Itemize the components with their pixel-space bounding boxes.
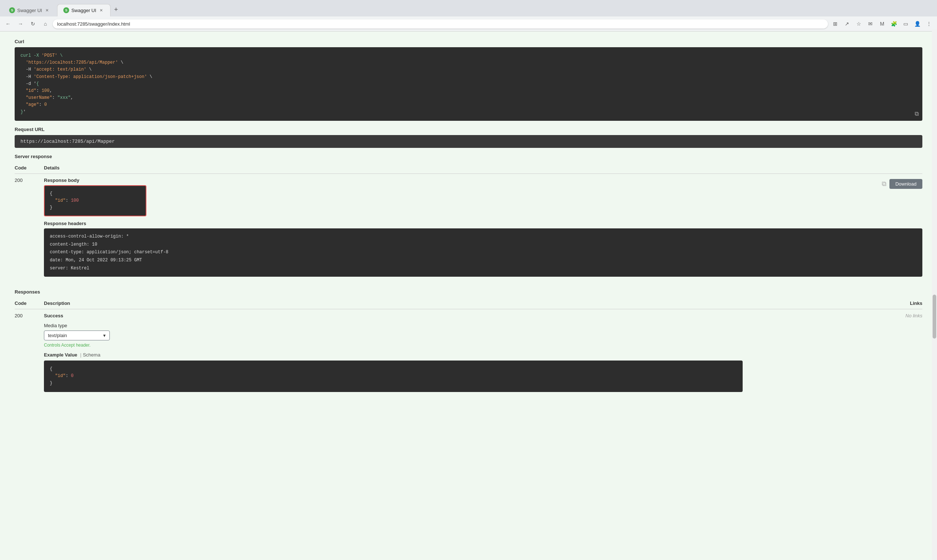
responses-label: Responses bbox=[15, 289, 922, 295]
curl-copy-button[interactable]: ⧉ bbox=[915, 111, 919, 117]
new-tab-button[interactable]: + bbox=[111, 3, 121, 17]
gmail-icon[interactable]: M bbox=[877, 18, 887, 29]
rh-line-2: content-length: 10 bbox=[50, 242, 97, 247]
rh-line-5: server: Kestrel bbox=[50, 266, 89, 271]
ex-id-line: "id": 0 bbox=[50, 373, 74, 378]
chevron-down-icon: ▾ bbox=[103, 333, 106, 338]
ex-brace-close: } bbox=[50, 381, 52, 386]
request-url-label: Request URL bbox=[15, 127, 922, 132]
response-body-box: { "id": 100 } bbox=[44, 185, 146, 217]
curl-line-4: -H 'Content-Type: application/json-patch… bbox=[20, 74, 152, 79]
scrollbar-track[interactable] bbox=[932, 29, 937, 560]
curl-line-3: -H 'accept: text/plain' \ bbox=[20, 67, 91, 72]
download-area: ⧉ Download bbox=[882, 179, 922, 189]
browser-chrome: S Swagger UI ✕ S Swagger UI ✕ + ← → ↻ ⌂ … bbox=[0, 0, 937, 31]
resp-desc-200: Success Media type text/plain ▾ Controls… bbox=[44, 309, 743, 395]
response-row-200: 200 Response body { "id": 100 } bbox=[15, 174, 922, 280]
no-links: No links bbox=[743, 309, 922, 395]
media-type-label: Media type bbox=[44, 323, 743, 328]
curl-section: Curl curl -X 'POST' \ 'https://localhost… bbox=[15, 39, 922, 121]
rb-brace-open: { bbox=[50, 191, 52, 196]
curl-line-7: "userName": "xxx", bbox=[20, 95, 73, 100]
responses-section: Responses Code Description Links 200 Suc… bbox=[15, 289, 922, 395]
server-response-section: Server response Code Details 200 Respons… bbox=[15, 154, 922, 281]
tab-label-1: Swagger UI bbox=[17, 8, 42, 13]
curl-code-block: curl -X 'POST' \ 'https://localhost:7285… bbox=[15, 47, 922, 121]
controls-hint: Controls Accept header. bbox=[44, 343, 743, 348]
tab-bar: S Swagger UI ✕ S Swagger UI ✕ + bbox=[0, 0, 937, 17]
url-box: https://localhost:7285/api/Mapper bbox=[15, 135, 922, 148]
success-label: Success bbox=[44, 313, 743, 318]
response-code-200: 200 bbox=[15, 174, 44, 280]
example-code-box: { "id": 0 } bbox=[44, 360, 743, 392]
copy-icon[interactable]: ⧉ bbox=[882, 180, 886, 188]
tab-favicon-2: S bbox=[63, 7, 69, 13]
address-bar-row: ← → ↻ ⌂ ⊞ ↗ ☆ ✉ M 🧩 ▭ 👤 ⋮ bbox=[0, 17, 937, 31]
response-headers-box: access-control-allow-origin: * content-l… bbox=[44, 228, 922, 277]
curl-line-2: 'https://localhost:7285/api/Mapper' \ bbox=[20, 60, 123, 65]
curl-line-5: -d '{ bbox=[20, 81, 39, 86]
tab-2[interactable]: S Swagger UI ✕ bbox=[57, 4, 111, 17]
responses-table: Code Description Links 200 Success Media… bbox=[15, 298, 922, 395]
ex-brace-open: { bbox=[50, 366, 52, 371]
media-type-value: text/plain bbox=[48, 333, 67, 338]
rb-id-line: "id": 100 bbox=[50, 198, 79, 203]
extensions-icon[interactable]: ⊞ bbox=[830, 18, 840, 29]
response-body-left: Response body { "id": 100 } bbox=[44, 177, 146, 217]
response-details-cell: Response body { "id": 100 } ⧉ Download bbox=[44, 174, 922, 280]
tab-favicon-1: S bbox=[9, 7, 15, 13]
rh-line-1: access-control-allow-origin: * bbox=[50, 234, 129, 239]
address-input[interactable] bbox=[53, 19, 828, 29]
tab-close-1[interactable]: ✕ bbox=[44, 7, 50, 13]
sidebar-icon[interactable]: ▭ bbox=[900, 18, 911, 29]
toolbar-icons: ⊞ ↗ ☆ ✉ M 🧩 ▭ 👤 ⋮ bbox=[830, 18, 934, 29]
curl-line-9: }' bbox=[20, 109, 26, 115]
tab-divider: | bbox=[80, 352, 81, 358]
forward-button[interactable]: → bbox=[15, 18, 26, 29]
code-header: Code bbox=[15, 162, 44, 174]
response-body-label: Response body bbox=[44, 177, 146, 183]
resp-code-200: 200 bbox=[15, 309, 44, 395]
media-type-select[interactable]: text/plain ▾ bbox=[44, 331, 110, 340]
curl-line-8: "age": 0 bbox=[20, 102, 47, 107]
resp-code-header: Code bbox=[15, 298, 44, 309]
request-url-section: Request URL https://localhost:7285/api/M… bbox=[15, 127, 922, 148]
scrollbar-thumb[interactable] bbox=[932, 295, 936, 338]
share-icon[interactable]: ↗ bbox=[842, 18, 852, 29]
reload-button[interactable]: ↻ bbox=[28, 18, 38, 29]
details-header: Details bbox=[44, 162, 922, 174]
resp-desc-header: Description bbox=[44, 298, 743, 309]
curl-line-6: "id": 100, bbox=[20, 88, 52, 93]
response-body-full-row: Response body { "id": 100 } ⧉ Download bbox=[44, 177, 922, 217]
example-value-tabs: Example Value | Schema bbox=[44, 352, 743, 358]
server-response-label: Server response bbox=[15, 154, 922, 159]
tab-1[interactable]: S Swagger UI ✕ bbox=[3, 4, 56, 17]
rh-line-3: content-type: application/json; charset=… bbox=[50, 249, 168, 255]
rh-line-4: date: Mon, 24 Oct 2022 09:13:25 GMT bbox=[50, 258, 142, 263]
response-headers-label: Response headers bbox=[44, 221, 922, 226]
response-headers-section: Response headers access-control-allow-or… bbox=[44, 221, 922, 277]
responses-row-200: 200 Success Media type text/plain ▾ Cont… bbox=[15, 309, 922, 395]
puzzle-icon[interactable]: 🧩 bbox=[889, 18, 899, 29]
download-button[interactable]: Download bbox=[889, 179, 922, 189]
server-response-table: Code Details 200 Response body { "id": bbox=[15, 162, 922, 281]
mail-icon[interactable]: ✉ bbox=[865, 18, 875, 29]
back-button[interactable]: ← bbox=[3, 18, 13, 29]
tab-close-2[interactable]: ✕ bbox=[98, 7, 104, 13]
schema-tab[interactable]: Schema bbox=[83, 352, 100, 358]
example-value-tab[interactable]: Example Value bbox=[44, 352, 79, 358]
rb-brace-close: } bbox=[50, 205, 52, 210]
page-content: Curl curl -X 'POST' \ 'https://localhost… bbox=[0, 31, 937, 560]
tab-label-2: Swagger UI bbox=[71, 8, 96, 13]
curl-label: Curl bbox=[15, 39, 922, 44]
bookmark-icon[interactable]: ☆ bbox=[854, 18, 864, 29]
resp-links-header: Links bbox=[743, 298, 922, 309]
curl-line-1: curl -X 'POST' \ bbox=[20, 53, 63, 58]
profile-icon[interactable]: 👤 bbox=[912, 18, 922, 29]
menu-icon[interactable]: ⋮ bbox=[924, 18, 934, 29]
home-button[interactable]: ⌂ bbox=[40, 18, 51, 29]
